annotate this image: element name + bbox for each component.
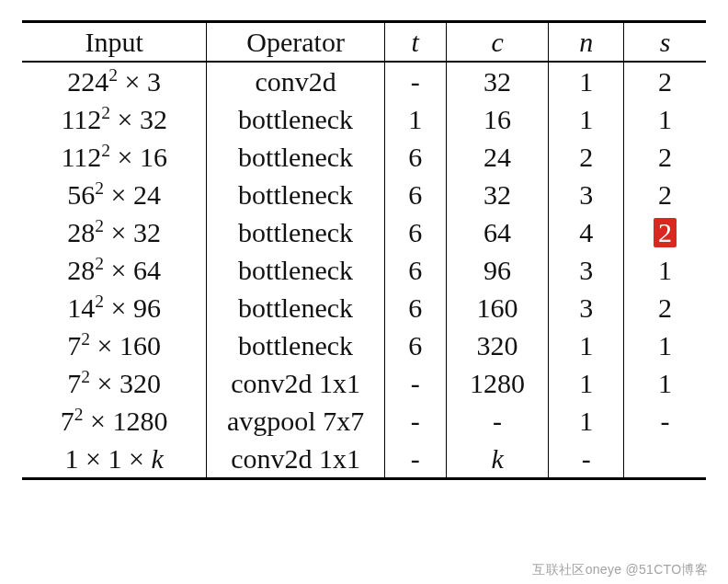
cell-operator: avgpool 7x7 [207,402,384,440]
cell-c: 16 [446,100,549,138]
cell-s: 2 [624,213,706,251]
cell-s: 2 [624,62,706,100]
cell-s: 2 [624,138,706,176]
table-row: 72 × 320conv2d 1x1-128011 [22,364,706,402]
cell-c: k [446,440,549,479]
cell-n: 3 [549,176,624,213]
cell-n: - [549,440,624,479]
cell-c: 32 [446,62,549,100]
cell-t: 6 [384,176,446,213]
table-row: 72 × 160bottleneck632011 [22,326,706,364]
cell-s: 1 [624,100,706,138]
table-row: 1 × 1 × kconv2d 1x1-k- [22,440,706,479]
cell-input: 72 × 320 [22,364,207,402]
cell-t: 6 [384,213,446,251]
cell-n: 3 [549,251,624,289]
cell-s: 2 [624,289,706,326]
cell-n: 1 [549,364,624,402]
col-input: Input [22,22,207,63]
cell-t: 6 [384,138,446,176]
col-operator: Operator [207,22,384,63]
cell-t: - [384,402,446,440]
table-row: 1122 × 32bottleneck11611 [22,100,706,138]
table-body: 2242 × 3conv2d-32121122 × 32bottleneck11… [22,62,706,479]
cell-s: 1 [624,251,706,289]
col-n: n [549,22,624,63]
cell-n: 1 [549,100,624,138]
cell-operator: conv2d 1x1 [207,364,384,402]
cell-operator: conv2d 1x1 [207,440,384,479]
cell-c: 32 [446,176,549,213]
cell-c: 24 [446,138,549,176]
cell-operator: bottleneck [207,289,384,326]
cell-t: - [384,62,446,100]
cell-input: 72 × 160 [22,326,207,364]
cell-input: 1122 × 32 [22,100,207,138]
cell-n: 3 [549,289,624,326]
cell-s: - [624,402,706,440]
cell-input: 142 × 96 [22,289,207,326]
table-header-row: Input Operator t c n s [22,22,706,63]
cell-operator: bottleneck [207,251,384,289]
cell-input: 282 × 64 [22,251,207,289]
cell-n: 4 [549,213,624,251]
table-row: 282 × 64bottleneck69631 [22,251,706,289]
cell-input: 562 × 24 [22,176,207,213]
cell-t: - [384,440,446,479]
cell-operator: conv2d [207,62,384,100]
cell-operator: bottleneck [207,213,384,251]
cell-input: 2242 × 3 [22,62,207,100]
cell-c: 320 [446,326,549,364]
cell-operator: bottleneck [207,326,384,364]
table-row: 562 × 24bottleneck63232 [22,176,706,213]
cell-operator: bottleneck [207,138,384,176]
table-row: 142 × 96bottleneck616032 [22,289,706,326]
cell-input: 1 × 1 × k [22,440,207,479]
table-row: 2242 × 3conv2d-3212 [22,62,706,100]
table-row: 1122 × 16bottleneck62422 [22,138,706,176]
cell-t: - [384,364,446,402]
col-c: c [446,22,549,63]
cell-c: 96 [446,251,549,289]
cell-s: 1 [624,326,706,364]
cell-input: 72 × 1280 [22,402,207,440]
cell-n: 1 [549,402,624,440]
cell-t: 1 [384,100,446,138]
cell-n: 2 [549,138,624,176]
cell-t: 6 [384,251,446,289]
cell-t: 6 [384,326,446,364]
cell-input: 1122 × 16 [22,138,207,176]
cell-operator: bottleneck [207,176,384,213]
table-row: 72 × 1280avgpool 7x7--1- [22,402,706,440]
cell-n: 1 [549,326,624,364]
cell-operator: bottleneck [207,100,384,138]
cell-s: 2 [624,176,706,213]
cell-s: 1 [624,364,706,402]
cell-c: 1280 [446,364,549,402]
cell-input: 282 × 32 [22,213,207,251]
table-row: 282 × 32bottleneck66442 [22,213,706,251]
cell-s [624,440,706,479]
architecture-table: Input Operator t c n s 2242 × 3conv2d-32… [22,20,706,480]
cell-c: 160 [446,289,549,326]
cell-n: 1 [549,62,624,100]
cell-c: - [446,402,549,440]
col-t: t [384,22,446,63]
col-s: s [624,22,706,63]
highlight-badge: 2 [654,218,677,247]
cell-c: 64 [446,213,549,251]
cell-t: 6 [384,289,446,326]
